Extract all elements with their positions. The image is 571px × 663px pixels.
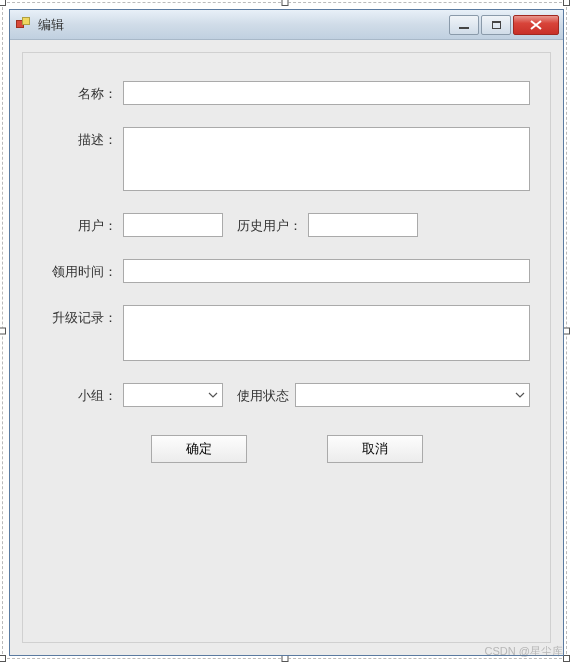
app-icon: [16, 17, 32, 33]
form-groupbox: 名称： 描述： 用户： 历史用户： 领用时间：: [22, 52, 551, 643]
resize-handle-ml[interactable]: [0, 327, 6, 334]
checkout-time-input[interactable]: [123, 259, 530, 283]
minimize-icon: [459, 27, 469, 29]
group-combobox[interactable]: [123, 383, 223, 407]
ok-button[interactable]: 确定: [151, 435, 247, 463]
resize-handle-mr[interactable]: [563, 327, 570, 334]
resize-handle-tl[interactable]: [0, 0, 6, 6]
cancel-button-label: 取消: [362, 440, 388, 458]
cancel-button[interactable]: 取消: [327, 435, 423, 463]
ok-button-label: 确定: [186, 440, 212, 458]
user-label: 用户：: [43, 213, 123, 235]
chevron-down-icon: [208, 390, 218, 400]
checkout-time-label: 领用时间：: [43, 259, 123, 281]
titlebar[interactable]: 编辑: [10, 10, 563, 40]
minimize-button[interactable]: [449, 15, 479, 35]
upgrade-log-label: 升级记录：: [43, 305, 123, 327]
upgrade-log-textarea[interactable]: [123, 305, 530, 361]
desc-label: 描述：: [43, 127, 123, 149]
history-user-input[interactable]: [308, 213, 418, 237]
name-input[interactable]: [123, 81, 530, 105]
resize-handle-tm[interactable]: [281, 0, 288, 6]
close-icon: [530, 20, 542, 30]
client-area: 名称： 描述： 用户： 历史用户： 领用时间：: [10, 40, 563, 655]
status-label: 使用状态: [223, 383, 295, 405]
resize-handle-tr[interactable]: [563, 0, 570, 6]
watermark: CSDN @星尘库: [485, 644, 563, 659]
window-controls: [447, 15, 559, 35]
user-input[interactable]: [123, 213, 223, 237]
button-row: 确定 取消: [43, 435, 530, 463]
resize-handle-bm[interactable]: [281, 655, 288, 662]
resize-handle-bl[interactable]: [0, 655, 6, 662]
maximize-button[interactable]: [481, 15, 511, 35]
designer-selection-frame: 编辑 名称： 描述： 用户：: [2, 2, 567, 659]
resize-handle-br[interactable]: [563, 655, 570, 662]
close-button[interactable]: [513, 15, 559, 35]
status-combobox[interactable]: [295, 383, 530, 407]
window-title: 编辑: [38, 16, 64, 34]
desc-textarea[interactable]: [123, 127, 530, 191]
group-label: 小组：: [43, 383, 123, 405]
chevron-down-icon: [515, 390, 525, 400]
maximize-icon: [492, 21, 501, 29]
name-label: 名称：: [43, 81, 123, 103]
history-user-label: 历史用户：: [223, 213, 308, 235]
edit-window: 编辑 名称： 描述： 用户：: [9, 9, 564, 656]
